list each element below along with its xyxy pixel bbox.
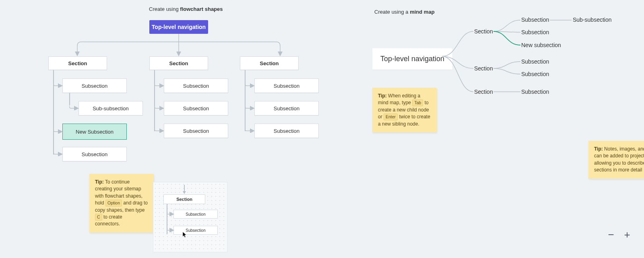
kbd-option: Option (105, 200, 122, 206)
connector (154, 126, 165, 133)
mini-subsection-node: Subsection (173, 210, 218, 219)
cursor-icon (182, 231, 187, 238)
mindmap-subsection-node[interactable]: Subsection (521, 29, 549, 35)
arrow-down-icon (183, 191, 186, 194)
mindmap-new-subsection-node[interactable]: New subsection (521, 42, 561, 48)
mindmap-subsection-node[interactable]: Subsection (521, 58, 549, 65)
zoom-out-button[interactable]: − (606, 230, 616, 239)
kbd-enter: Enter (384, 114, 398, 120)
flowchart-subsection-node[interactable]: Subsection (62, 147, 127, 161)
connector (53, 80, 63, 88)
tip-prefix: Tip: (95, 179, 104, 185)
flowchart-root-connector (44, 34, 294, 58)
mini-diagram-panel: Section Subsection Subsection (153, 182, 227, 252)
mindmap-subsection-node[interactable]: Subsection (521, 71, 549, 77)
flowchart-col3-trunk (245, 70, 246, 131)
flowchart-subsection-node[interactable]: Subsection (254, 124, 319, 138)
mindmap-section-node[interactable]: Section (474, 89, 493, 95)
flowchart-subsection-node[interactable]: Subsection (254, 101, 319, 116)
tip-prefix: Tip: (378, 93, 387, 99)
connector (245, 126, 255, 133)
mindmap-heading: Create using a mind map (374, 9, 435, 15)
side-tip-card: Tip: Notes, images, and can be added to … (588, 141, 644, 179)
mindmap-connectors (442, 16, 615, 97)
mindmap-tip-card: Tip: When editing a mind map, type Tab t… (372, 88, 437, 132)
connector (245, 80, 255, 88)
flowchart-col1-subtrunk (69, 93, 70, 105)
mini-section-node: Section (163, 194, 205, 204)
mindmap-heading-bold: mind map (410, 9, 434, 15)
flowchart-subsection-node[interactable]: Subsection (62, 78, 127, 93)
flowchart-heading-prefix: Create using (149, 6, 180, 12)
mindmap-subsection-node[interactable]: Subsection (521, 89, 549, 95)
flowchart-subsubsection-node[interactable]: Sub-subsection (78, 101, 143, 116)
flowchart-section-node[interactable]: Section (48, 56, 107, 70)
connector (245, 103, 255, 110)
zoom-in-button[interactable]: + (622, 230, 632, 239)
connector (53, 148, 63, 156)
connector (53, 126, 63, 134)
kbd-c: C (95, 214, 102, 221)
flowchart-heading: Create using flowchart shapes (149, 6, 223, 12)
mindmap-subsubsection-node[interactable]: Sub-subsection (573, 17, 612, 23)
mindmap-root-node[interactable]: Top-level navigation (372, 48, 452, 70)
tip-prefix: Tip: (594, 146, 603, 152)
flowchart-heading-bold: flowchart shapes (180, 6, 223, 12)
connector (69, 99, 79, 110)
flowchart-section-node[interactable]: Section (149, 56, 208, 70)
flowchart-col2-trunk (154, 70, 155, 131)
mindmap-heading-prefix: Create using a (374, 9, 410, 15)
flowchart-section-node[interactable]: Section (240, 56, 299, 70)
flowchart-tip-card: Tip: To continue creating your sitemap w… (89, 174, 154, 233)
mindmap-section-node[interactable]: Section (474, 28, 493, 35)
flowchart-new-subsection-node[interactable]: New Subsection (62, 124, 127, 140)
mini-subsection-node: Subsection (173, 226, 218, 235)
flowchart-subsection-node[interactable]: Subsection (254, 78, 319, 93)
flowchart-subsection-node[interactable]: Subsection (164, 124, 228, 138)
connector (154, 80, 165, 88)
mindmap-subsection-node[interactable]: Subsection (521, 17, 549, 23)
flowchart-subsection-node[interactable]: Subsection (164, 101, 228, 116)
kbd-tab: Tab (412, 99, 423, 106)
flowchart-subsection-node[interactable]: Subsection (164, 78, 228, 93)
flowchart-col1-trunk (53, 70, 54, 155)
flowchart-root-node[interactable]: Top-level navigation (149, 20, 208, 34)
connector (154, 103, 165, 110)
mini-trunk (167, 204, 167, 234)
mindmap-section-node[interactable]: Section (474, 65, 493, 72)
